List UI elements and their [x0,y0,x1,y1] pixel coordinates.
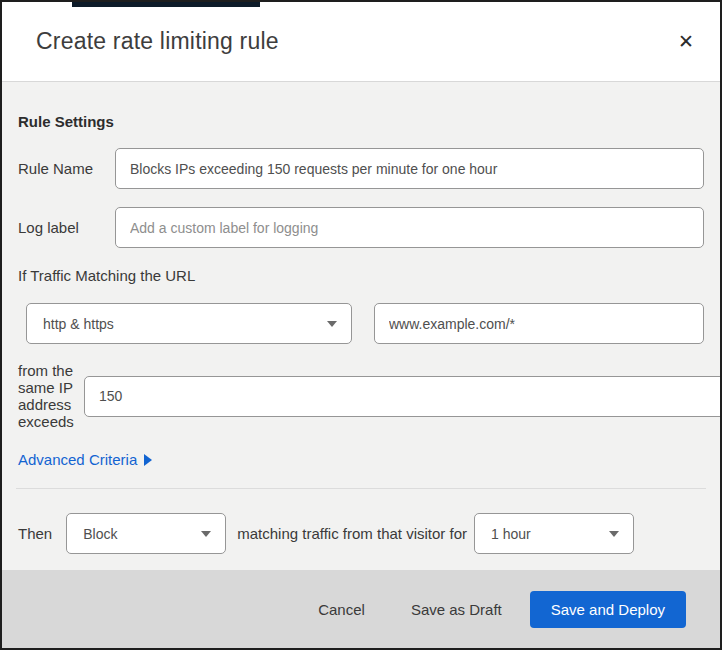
save-and-deploy-button[interactable]: Save and Deploy [530,591,686,628]
log-label-input[interactable] [115,207,704,248]
log-label-row: Log label [18,207,704,248]
duration-select-value: 1 hour [491,526,531,542]
rule-name-row: Rule Name [18,148,704,189]
log-label-label: Log label [18,219,115,236]
chevron-down-icon [201,531,211,537]
action-select[interactable]: Block [66,513,226,554]
chevron-down-icon [609,531,619,537]
cancel-button[interactable]: Cancel [318,601,365,618]
rule-name-input[interactable] [115,148,704,189]
url-pattern-input[interactable] [374,303,704,344]
rule-name-label: Rule Name [18,160,115,177]
caret-right-icon [144,454,152,466]
section-divider [16,488,706,489]
then-label: Then [18,525,52,542]
request-count-input[interactable] [84,376,722,417]
rule-settings-heading: Rule Settings [18,113,704,130]
chevron-down-icon [327,321,337,327]
action-row: Then Block matching traffic from that vi… [18,513,704,554]
dialog-footer: Cancel Save as Draft Save and Deploy [2,570,720,648]
close-icon[interactable]: ✕ [674,28,698,55]
top-accent-bar [72,2,260,7]
scheme-url-row: http & https [26,303,704,344]
advanced-criteria-link[interactable]: Advanced Criteria [18,451,152,468]
matching-traffic-text: matching traffic from that visitor for [237,525,467,542]
save-as-draft-button[interactable]: Save as Draft [411,601,502,618]
traffic-match-heading: If Traffic Matching the URL [18,267,704,284]
advanced-criteria-label: Advanced Criteria [18,451,137,468]
duration-select[interactable]: 1 hour [474,513,634,554]
create-rate-limiting-rule-dialog: Create rate limiting rule ✕ Rule Setting… [0,0,722,650]
threshold-row: from the same IP address exceeds request… [18,362,704,430]
dialog-header: Create rate limiting rule ✕ [2,2,720,82]
scheme-select[interactable]: http & https [26,303,352,344]
scheme-select-value: http & https [43,316,114,332]
exceeds-text: from the same IP address exceeds [18,362,74,430]
dialog-title: Create rate limiting rule [36,28,279,55]
dialog-body: Rule Settings Rule Name Log label If Tra… [2,82,720,570]
action-select-value: Block [83,526,117,542]
